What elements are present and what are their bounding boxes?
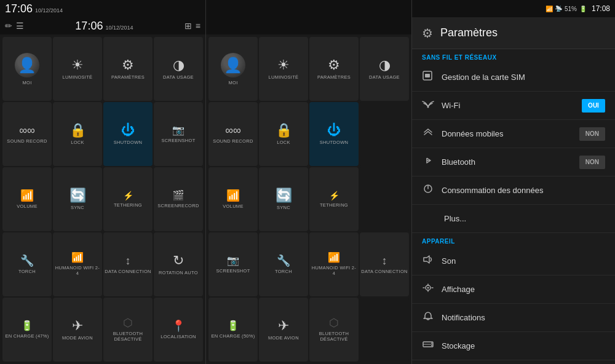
- tile-label-modeavion-right: MODE AVION: [268, 335, 299, 341]
- tile-luminosite-left[interactable]: ☀ LUMINOSITÉ: [53, 37, 102, 101]
- tile-label-screenrecord-left: SCREENRECORD: [157, 203, 199, 208]
- tile-screenshot-left[interactable]: 📷 SCREENSHOT: [154, 102, 203, 166]
- conso-icon: [422, 184, 442, 197]
- tile-torch-left[interactable]: 🔧 TORCH: [2, 232, 52, 296]
- list-icon[interactable]: ☰: [16, 21, 24, 31]
- wifi-toggle[interactable]: OUI: [582, 99, 605, 113]
- settings-label-donnees: Données mobiles: [442, 129, 579, 138]
- settings-item-wifi[interactable]: Wi-Fi OUI: [412, 92, 615, 120]
- tile-bluetooth-right[interactable]: ⬡ BLUETOOTH DÉSACTIVÉ: [309, 298, 359, 362]
- encharge-icon-right: 🔋: [227, 321, 239, 331]
- tile-label-shutdown-right: SHUTDOWN: [320, 140, 349, 145]
- tile-encharge-left[interactable]: 🔋 EN CHARGE (47%): [2, 298, 52, 362]
- tile-rotation-left[interactable]: ↻ ROTATION AUTO: [154, 232, 203, 296]
- tile-modeavion-right[interactable]: ✈ MODE AVION: [259, 298, 308, 362]
- middle-tiles-grid: 👤 MOI ☀ LUMINOSITÉ ⚙ PARAMÈTRES ◑ DATA U…: [206, 34, 411, 364]
- left-time2: 17:06: [75, 20, 103, 33]
- list2-icon[interactable]: ≡: [196, 21, 200, 31]
- tile-parametres-left[interactable]: ⚙ PARAMÈTRES: [103, 37, 153, 101]
- tile-tethering-right[interactable]: ⚡ TETHERING: [309, 167, 359, 231]
- tile-localisation-left[interactable]: 📍 LOCALISATION: [154, 298, 203, 362]
- tile-moi-left[interactable]: 👤 MOI: [2, 37, 52, 101]
- settings-item-notifs[interactable]: Notifications: [412, 304, 615, 332]
- grid-icon[interactable]: ⊞: [184, 21, 192, 31]
- settings-item-plus[interactable]: Plus...: [412, 205, 615, 233]
- tile-parametres-right[interactable]: ⚙ PARAMÈTRES: [309, 37, 359, 101]
- bluetooth-icon-left: ⬡: [123, 317, 133, 328]
- tile-humanoidwifi-left[interactable]: 📶 Humanoid WiFi 2-4: [53, 232, 102, 296]
- shutdown-icon-right: ⏻: [327, 124, 341, 137]
- settings-label-affichage: Affichage: [442, 285, 605, 294]
- settings-item-stockage[interactable]: Stockage: [412, 332, 615, 360]
- svg-point-2: [427, 106, 429, 108]
- tile-volume-left[interactable]: 📶 VOLUME: [2, 167, 52, 231]
- modeavion-icon-right: ✈: [278, 319, 289, 333]
- tile-screenshot-right[interactable]: 📷 SCREENSHOT: [208, 232, 258, 296]
- luminosite-icon-right: ☀: [277, 58, 290, 72]
- settings-item-affichage[interactable]: Affichage: [412, 275, 615, 304]
- tile-moi-right[interactable]: 👤 MOI: [208, 37, 258, 101]
- tile-modeavion-left[interactable]: ✈ MODE AVION: [53, 298, 102, 362]
- modeavion-icon-left: ✈: [72, 319, 83, 333]
- tile-sync-right[interactable]: 🔄 SYNC: [259, 167, 308, 231]
- affichage-icon: [422, 283, 442, 296]
- tile-label-bluetooth-left: BLUETOOTH DÉSACTIVÉ: [105, 331, 151, 342]
- settings-label-conso: Consommation des données: [442, 186, 605, 195]
- screenshot-icon-right: 📷: [227, 256, 239, 266]
- tile-label-sync-right: SYNC: [277, 205, 290, 210]
- tethering-icon-left: ⚡: [123, 191, 133, 200]
- tile-screenrecord-left[interactable]: 🎬 SCREENRECORD: [154, 167, 203, 231]
- tile-shutdown-right[interactable]: ⏻ SHUTDOWN: [309, 102, 359, 166]
- humanoidwifi-icon-right: 📶: [328, 253, 340, 263]
- bluetooth-toggle[interactable]: NON: [579, 156, 605, 169]
- left-status-bar: 17:06 10/12/2014: [0, 0, 205, 17]
- settings-gear-icon: ⚙: [422, 26, 433, 41]
- lock-icon-left: 🔒: [69, 124, 86, 137]
- left-ctrl-right: ⊞ ≡: [184, 21, 200, 31]
- tile-label-screenshot-left: SCREENSHOT: [161, 138, 195, 143]
- section-appareil-header: APPAREIL: [412, 233, 615, 247]
- tile-label-tethering-right: TETHERING: [320, 202, 348, 208]
- settings-title: Paramètres: [440, 26, 498, 39]
- settings-item-donnees[interactable]: Données mobiles NON: [412, 120, 615, 148]
- tile-torch-right[interactable]: 🔧 TORCH: [259, 232, 308, 296]
- tile-lock-right[interactable]: 🔒 LOCK: [259, 102, 308, 166]
- tile-datausage-right[interactable]: ◑ DATA USAGE: [360, 37, 409, 101]
- settings-item-conso[interactable]: Consommation des données: [412, 176, 615, 205]
- donnees-toggle[interactable]: NON: [579, 127, 605, 141]
- tile-encharge-right[interactable]: 🔋 EN CHARGE (50%): [208, 298, 258, 362]
- avatar-right: 👤: [221, 53, 245, 77]
- tile-volume-right[interactable]: 📶 VOLUME: [208, 167, 258, 231]
- tile-label-moi-right: MOI: [228, 80, 237, 85]
- tile-sync-left[interactable]: 🔄 SYNC: [53, 167, 102, 231]
- tile-datausage-left[interactable]: ◑ DATA USAGE: [154, 37, 203, 101]
- edit-icon[interactable]: ✏: [5, 21, 12, 31]
- settings-panel: 📶 📡 51% 🔋 17:08 ⚙ Paramètres SANS FIL ET…: [412, 0, 615, 364]
- tile-lock-left[interactable]: 🔒 LOCK: [53, 102, 102, 166]
- volume-icon-right: 📶: [226, 190, 240, 201]
- tile-label-rotation-left: ROTATION AUTO: [159, 270, 198, 275]
- tile-luminosite-right[interactable]: ☀ LUMINOSITÉ: [259, 37, 308, 101]
- tile-soundrecord-left[interactable]: ∞∞ SOUND RECORD: [2, 102, 52, 166]
- settings-scrollable[interactable]: SANS FIL ET RÉSEAUX Gestion de la carte …: [412, 49, 615, 364]
- tile-label-datausage-left: DATA USAGE: [163, 74, 194, 80]
- tile-dataconn-left[interactable]: ↕ DATA CONNECTION: [103, 232, 153, 296]
- tile-shutdown-left[interactable]: ⏻ SHUTDOWN: [103, 102, 153, 166]
- settings-label-son: Son: [442, 256, 605, 266]
- settings-item-sim[interactable]: Gestion de la carte SIM: [412, 63, 615, 92]
- tile-humanoidwifi-right[interactable]: 📶 Humanoid WiFi 2-4: [309, 232, 359, 296]
- tile-dataconn-right[interactable]: ↕ DATA CONNECTION: [360, 232, 409, 296]
- tile-label-luminosite-right: LUMINOSITÉ: [269, 74, 299, 80]
- tile-label-encharge-left: EN CHARGE (47%): [5, 333, 49, 339]
- section-reseau-header: SANS FIL ET RÉSEAUX: [412, 49, 615, 63]
- settings-item-son[interactable]: Son: [412, 247, 615, 275]
- settings-item-bluetooth[interactable]: Bluetooth NON: [412, 148, 615, 176]
- tile-label-volume-left: VOLUME: [17, 204, 37, 209]
- dataconn-icon-right: ↕: [382, 255, 387, 266]
- tile-soundrecord-right[interactable]: ∞∞ SOUND RECORD: [208, 102, 258, 166]
- tile-label-localisation-left: LOCALISATION: [161, 334, 196, 339]
- humanoidwifi-icon-left: 📶: [71, 253, 84, 263]
- no-signal-icon: 📡: [555, 6, 562, 12]
- tile-bluetooth-left[interactable]: ⬡ BLUETOOTH DÉSACTIVÉ: [103, 298, 153, 362]
- tile-tethering-left[interactable]: ⚡ TETHERING: [103, 167, 153, 231]
